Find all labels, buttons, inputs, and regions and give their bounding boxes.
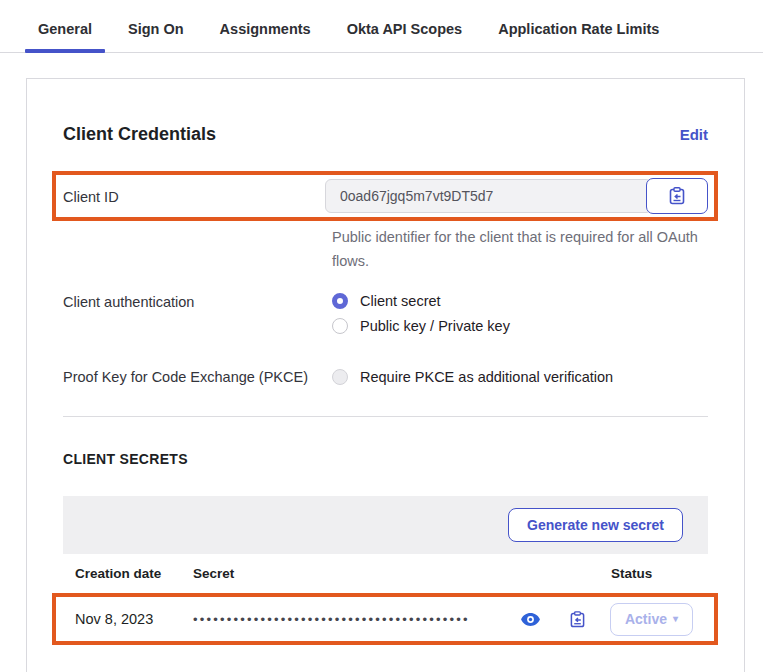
- client-id-help-text: Public identifier for the client that is…: [332, 225, 708, 273]
- client-id-input-group: [325, 179, 708, 213]
- header-creation-date: Creation date: [75, 566, 193, 581]
- tab-assignments[interactable]: Assignments: [207, 21, 324, 52]
- pkce-option-label: Require PKCE as additional verification: [360, 369, 613, 385]
- client-secrets-table: Generate new secret Creation date Secret…: [63, 496, 708, 645]
- section-title: Client Credentials: [63, 124, 216, 145]
- reveal-secret-button[interactable]: [519, 611, 542, 628]
- radio-client-secret-label: Client secret: [360, 293, 441, 309]
- table-header-row: Creation date Secret Status: [63, 554, 708, 593]
- copy-secret-button[interactable]: [568, 609, 587, 630]
- generate-new-secret-button[interactable]: Generate new secret: [508, 508, 683, 542]
- client-id-label: Client ID: [63, 188, 325, 205]
- client-id-highlight-box: Client ID: [52, 171, 718, 221]
- client-credentials-card: Client Credentials Edit Client ID Public…: [26, 78, 745, 672]
- radio-selected-icon[interactable]: [332, 293, 348, 309]
- eye-icon: [521, 613, 540, 626]
- status-dropdown-button[interactable]: Active ▾: [610, 603, 693, 636]
- secret-cell: ••••••••••••••••••••••••••••••••••••••••…: [193, 609, 610, 630]
- tab-application-rate-limits[interactable]: Application Rate Limits: [485, 21, 672, 52]
- masked-secret-value: ••••••••••••••••••••••••••••••••••••••••…: [193, 612, 515, 627]
- tab-okta-api-scopes[interactable]: Okta API Scopes: [334, 21, 476, 52]
- client-authentication-label: Client authentication: [63, 293, 332, 334]
- header-secret: Secret: [193, 566, 611, 581]
- client-authentication-options: Client secret Public key / Private key: [332, 293, 510, 334]
- client-id-input[interactable]: [325, 179, 652, 213]
- section-divider: [63, 416, 708, 417]
- secrets-toolbar: Generate new secret: [63, 496, 708, 554]
- edit-link[interactable]: Edit: [680, 126, 708, 143]
- tab-general[interactable]: General: [25, 21, 105, 52]
- client-secrets-title: CLIENT SECRETS: [63, 451, 708, 467]
- client-authentication-row: Client authentication Client secret Publ…: [63, 293, 708, 334]
- chevron-down-icon: ▾: [673, 614, 678, 624]
- tab-bar: General Sign On Assignments Okta API Sco…: [0, 0, 763, 53]
- card-header: Client Credentials Edit: [63, 124, 708, 145]
- radio-public-private-key-label: Public key / Private key: [360, 318, 510, 334]
- client-id-help-row: Public identifier for the client that is…: [332, 225, 708, 273]
- secret-row-highlight-box: Nov 8, 2023 ••••••••••••••••••••••••••••…: [52, 593, 718, 645]
- status-label: Active: [625, 611, 667, 627]
- radio-client-secret[interactable]: Client secret: [332, 293, 510, 309]
- pkce-option[interactable]: Require PKCE as additional verification: [332, 368, 613, 385]
- header-status: Status: [611, 566, 708, 581]
- tab-sign-on[interactable]: Sign On: [115, 21, 197, 52]
- radio-public-private-key[interactable]: Public key / Private key: [332, 318, 510, 334]
- pkce-label: Proof Key for Code Exchange (PKCE): [63, 368, 332, 385]
- secret-creation-date: Nov 8, 2023: [75, 611, 193, 627]
- clipboard-paste-icon: [669, 187, 685, 205]
- checkbox-unchecked-icon[interactable]: [332, 369, 348, 385]
- radio-unselected-icon[interactable]: [332, 318, 348, 334]
- copy-client-id-button[interactable]: [646, 178, 708, 214]
- clipboard-paste-icon: [570, 611, 585, 628]
- status-cell: Active ▾: [610, 603, 707, 636]
- pkce-row: Proof Key for Code Exchange (PKCE) Requi…: [63, 368, 708, 385]
